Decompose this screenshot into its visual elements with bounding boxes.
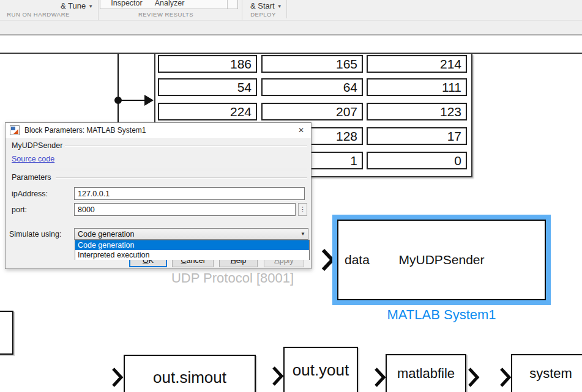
- section-separator: [98, 0, 99, 20]
- selection-halo: data MyUDPSender: [332, 215, 551, 305]
- signal-arrowhead: [144, 95, 154, 106]
- display-block[interactable]: 54: [158, 78, 257, 96]
- matlabfile-block[interactable]: matlabfile: [386, 354, 466, 392]
- block-text: system: [529, 366, 572, 382]
- chevron-down-icon: ▼: [300, 231, 305, 237]
- groove-line: [56, 177, 307, 179]
- system-block[interactable]: system: [511, 354, 582, 392]
- dialog-titlebar[interactable]: Block Parameters: MATLAB System1 ✕: [6, 123, 311, 138]
- section-deploy: DEPLOY: [245, 11, 282, 18]
- option-code-generation[interactable]: Code generation: [75, 240, 309, 250]
- source-code-link[interactable]: Source code: [12, 155, 54, 163]
- signal-line-branch: [118, 100, 145, 101]
- simulate-using-label: Simulate using:: [9, 230, 61, 239]
- dialog-body: MyUDPSender Source code Parameters ipAdd…: [6, 138, 311, 270]
- display-block[interactable]: 224: [158, 103, 257, 120]
- display-block[interactable]: 0: [367, 152, 467, 169]
- display-block[interactable]: 214: [367, 55, 467, 73]
- to-workspace-simout-block[interactable]: out.simout: [124, 355, 256, 392]
- group-divider: [227, 0, 228, 9]
- input-port-icon: [111, 367, 124, 388]
- option-interpreted-execution[interactable]: Interpreted execution: [75, 250, 309, 260]
- dialog-title: Block Parameters: MATLAB System1: [24, 126, 146, 135]
- section-separator: [286, 0, 287, 18]
- display-block[interactable]: 207: [261, 103, 363, 120]
- port-field[interactable]: [74, 203, 296, 216]
- toolstrip-lower-band: [0, 20, 582, 35]
- matlab-system-caption: MATLAB System1: [332, 307, 551, 323]
- parameters-header: Parameters: [12, 173, 51, 182]
- display-block[interactable]: 123: [367, 103, 467, 120]
- block-parameters-icon: [10, 125, 20, 135]
- matlab-system-block[interactable]: data MyUDPSender: [337, 220, 546, 300]
- port-label: port:: [12, 205, 27, 214]
- partial-block[interactable]: [0, 311, 13, 355]
- simulate-using-dropdown[interactable]: Code generation ▼: [74, 228, 308, 240]
- display-block[interactable]: 111: [367, 78, 467, 96]
- block-text: matlabfile: [397, 366, 455, 382]
- input-port-icon: [499, 367, 512, 388]
- display-block[interactable]: 64: [261, 78, 363, 96]
- to-workspace-yout-block[interactable]: out.yout: [283, 347, 358, 392]
- ip-address-field[interactable]: [74, 187, 305, 200]
- section-review-results: REVIEW RESULTS: [117, 11, 215, 18]
- input-port-icon: [374, 367, 386, 388]
- section-run-on-hardware: RUN ON HARDWARE: [3, 11, 73, 18]
- signal-line-vertical: [118, 54, 119, 127]
- display-block[interactable]: 17: [367, 127, 467, 145]
- block-text: out.simout: [153, 368, 226, 387]
- signal-branch-dot: [114, 97, 122, 104]
- groove-line: [10, 169, 307, 170]
- chevron-down-icon: ▼: [277, 4, 282, 9]
- output-port-icon: [468, 367, 480, 388]
- monitor-tune-button[interactable]: & Tune▼: [61, 1, 93, 10]
- close-icon[interactable]: ✕: [294, 124, 308, 136]
- input-port-icon: [272, 366, 284, 386]
- deploy-start-button[interactable]: & Start▼: [250, 1, 282, 10]
- simulate-using-option-list: Code generation Interpreted execution: [75, 240, 310, 260]
- block-name-header: MyUDPSender: [12, 141, 62, 150]
- groove-line: [65, 146, 307, 147]
- chevron-down-icon: ▼: [88, 4, 93, 9]
- dropdown-selected-value: Code generation: [78, 230, 134, 239]
- tab-logic-analyzer[interactable]: Analyzer: [144, 0, 195, 7]
- section-separator: [242, 0, 242, 20]
- block-text: MyUDPSender: [338, 221, 545, 299]
- block-text: out.yout: [293, 361, 349, 380]
- ip-address-label: ipAddress:: [12, 190, 48, 198]
- display-block[interactable]: 186: [158, 55, 257, 73]
- toolstrip: & Tune▼ Inspector Analyzer & Start▼ RUN …: [0, 0, 582, 20]
- display-block[interactable]: 165: [261, 55, 363, 73]
- review-results-group: Inspector Analyzer: [100, 0, 238, 9]
- block-parameters-dialog: Block Parameters: MATLAB System1 ✕ MyUDP…: [5, 122, 312, 269]
- more-options-icon[interactable]: ⋮: [298, 203, 307, 216]
